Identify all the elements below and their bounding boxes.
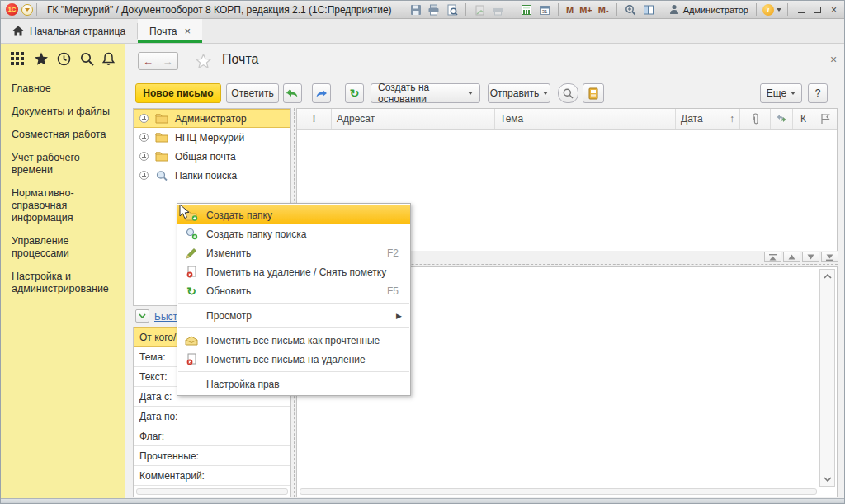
flag-column-header[interactable]	[814, 109, 835, 129]
maximize-button[interactable]	[810, 3, 824, 16]
folder-row-shared-mail[interactable]: Общая почта	[134, 147, 290, 166]
address-book-button[interactable]	[583, 83, 604, 103]
addressee-column-header[interactable]: Адресат	[332, 109, 495, 129]
quick-filters-toggle[interactable]	[135, 309, 149, 323]
move-up-button[interactable]	[783, 252, 800, 262]
context-menu-item-view[interactable]: Просмотр ▶	[177, 306, 410, 325]
move-down-button[interactable]	[802, 252, 819, 262]
horizontal-scrollbar[interactable]	[136, 488, 288, 495]
context-menu-item-create-search-folder[interactable]: Создать папку поиска	[177, 224, 410, 243]
zoom-button[interactable]	[623, 2, 639, 16]
move-first-button[interactable]	[764, 252, 781, 262]
tab-home[interactable]: Начальная страница	[1, 19, 137, 43]
mail-search-button[interactable]	[558, 83, 578, 103]
expand-icon[interactable]	[139, 133, 149, 142]
favorite-star-icon[interactable]	[196, 54, 211, 68]
submenu-arrow-icon: ▶	[396, 312, 402, 320]
context-menu-item-mark-all-read[interactable]: Пометить все письма как прочтенные	[177, 331, 410, 350]
more-button[interactable]: Еще	[760, 83, 802, 103]
expand-icon[interactable]	[139, 114, 149, 123]
scroll-down-button[interactable]	[820, 473, 834, 486]
memory-recall-button[interactable]: M	[564, 5, 575, 15]
minimize-icon	[798, 12, 805, 13]
sidebar-item-documents[interactable]: Документы и файлы	[12, 106, 118, 118]
replied-column-header[interactable]	[771, 109, 793, 129]
print-settings-button[interactable]	[490, 2, 506, 16]
page-title: Почта	[222, 52, 258, 67]
filter-row-read[interactable]: Прочтенные:	[134, 446, 290, 466]
new-mail-button[interactable]: Новое письмо	[135, 83, 221, 103]
sidebar-item-processes[interactable]: Управление процессами	[12, 235, 118, 260]
attachment-column-header[interactable]	[740, 109, 771, 129]
folder-row-administrator[interactable]: Администратор	[134, 109, 290, 128]
folder-label: НПЦ Меркурий	[175, 132, 244, 144]
menu-grid-icon[interactable]	[11, 52, 25, 66]
refresh-button[interactable]: ↻	[345, 83, 364, 103]
info-dropdown-icon[interactable]	[777, 8, 781, 12]
minimize-button[interactable]	[794, 3, 808, 16]
context-menu-item-create-folder[interactable]: Создать папку	[177, 205, 410, 224]
calculator-button[interactable]	[518, 2, 534, 16]
tab-mail[interactable]: Почта ×	[138, 19, 202, 43]
sidebar-item-collaboration[interactable]: Совместная работа	[12, 129, 118, 141]
split-view-button[interactable]	[641, 2, 657, 16]
move-last-button[interactable]	[821, 252, 838, 262]
notifications-bell-icon[interactable]	[102, 52, 115, 66]
vertical-scrollbar[interactable]	[819, 269, 835, 487]
info-button[interactable]: i	[762, 4, 774, 16]
scroll-up-button[interactable]	[820, 270, 834, 283]
print-button[interactable]	[426, 2, 441, 16]
date-column-header[interactable]: Дата↑	[676, 109, 740, 129]
calendar-button[interactable]: 31	[536, 2, 552, 16]
sidebar-item-reference-info[interactable]: Нормативно-справочная информация	[12, 187, 118, 224]
copy-column-header[interactable]: К	[793, 109, 814, 129]
close-form-button[interactable]: ×	[826, 53, 841, 66]
copy-column-label: К	[800, 113, 806, 125]
folder-row-npc-mercury[interactable]: НПЦ Меркурий	[134, 128, 290, 147]
filter-row-comment[interactable]: Комментарий:	[134, 466, 290, 486]
horizontal-scrollbar[interactable]	[300, 488, 817, 495]
main-menu-dropdown[interactable]	[21, 4, 33, 16]
search-icon[interactable]	[80, 52, 94, 66]
date-column-label: Дата	[681, 113, 703, 125]
menu-item-label: Создать папку поиска	[206, 228, 410, 240]
forward-button[interactable]: →	[158, 52, 178, 70]
expand-icon[interactable]	[139, 171, 149, 180]
sidebar-item-settings[interactable]: Настройка и администрирование	[12, 271, 118, 295]
close-window-button[interactable]: ×	[827, 3, 841, 16]
context-menu-item-mark-all-deletion[interactable]: Пометить все письма на удаление	[177, 350, 410, 369]
copy-to-clipboard-button[interactable]	[472, 2, 488, 16]
context-menu-item-refresh[interactable]: ↻ Обновить F5	[177, 281, 410, 300]
save-button[interactable]	[408, 2, 423, 16]
folder-row-search-folders[interactable]: Папки поиска	[134, 166, 290, 185]
expand-icon[interactable]	[139, 152, 149, 161]
filter-row-date-to[interactable]: Дата по:	[134, 407, 290, 426]
sidebar-item-timesheet[interactable]: Учет рабочего времени	[12, 152, 118, 177]
split-columns-icon	[643, 4, 654, 16]
context-menu-item-rights-settings[interactable]: Настройка прав	[177, 374, 410, 393]
history-clock-icon[interactable]	[57, 52, 71, 66]
tab-close-icon[interactable]: ×	[184, 25, 191, 37]
help-button[interactable]: ?	[808, 83, 828, 103]
sidebar-item-main[interactable]: Главное	[12, 82, 118, 95]
reply-button[interactable]: Ответить	[226, 83, 279, 103]
reply-all-button[interactable]	[283, 83, 302, 103]
subject-column-header[interactable]: Тема	[495, 109, 676, 129]
memory-plus-button[interactable]: M+	[578, 5, 594, 15]
addressee-column-label: Адресат	[337, 113, 375, 125]
context-menu-item-edit[interactable]: Изменить F2	[177, 243, 410, 262]
reply-status-icon	[776, 114, 787, 124]
filter-row-flag[interactable]: Флаг:	[134, 426, 290, 446]
send-button[interactable]: Отправить	[488, 83, 550, 103]
pencil-icon	[186, 247, 197, 259]
memory-minus-button[interactable]: M-	[597, 5, 611, 15]
importance-column-header[interactable]: !	[297, 109, 332, 129]
favorites-star-icon[interactable]	[34, 52, 49, 66]
print-preview-button[interactable]	[444, 2, 460, 16]
forward-mail-button[interactable]	[312, 83, 331, 103]
create-based-button[interactable]: Создать на основании	[371, 83, 480, 103]
back-button[interactable]: ←	[138, 52, 158, 70]
open-envelope-icon	[185, 336, 198, 346]
caret-down-icon	[468, 92, 473, 95]
context-menu-item-mark-deletion[interactable]: Пометить на удаление / Снять пометку	[177, 262, 410, 281]
